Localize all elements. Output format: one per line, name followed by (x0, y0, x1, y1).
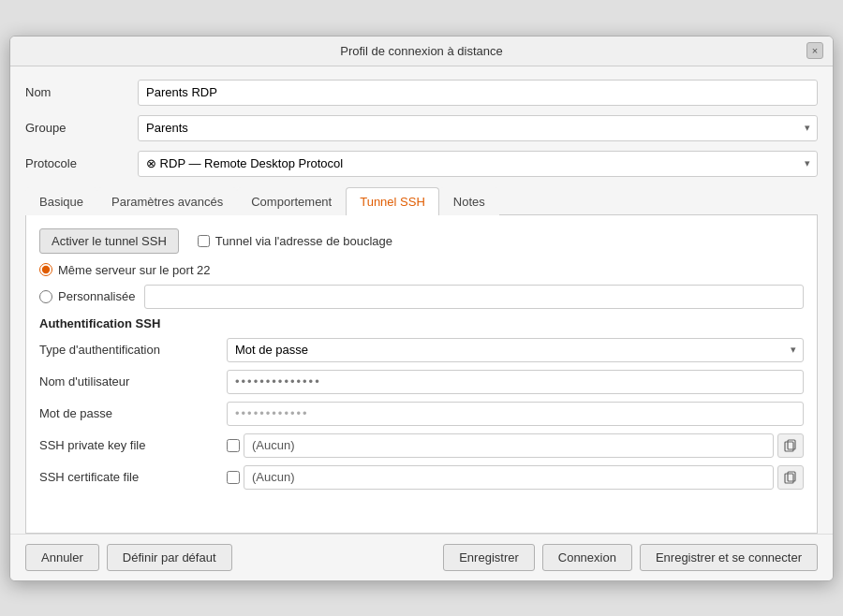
tab-comportement[interactable]: Comportement (237, 187, 346, 215)
nom-label: Nom (25, 85, 138, 99)
groupe-label: Groupe (25, 121, 138, 135)
ssh-private-key-input[interactable] (244, 433, 774, 458)
personnalisee-input[interactable] (144, 285, 804, 309)
connection-profile-dialog: Profil de connexion à distance × Nom Gro… (9, 36, 834, 581)
groupe-dropdown-wrap: Parents ▾ (138, 115, 818, 141)
ssh-private-key-browse-btn[interactable] (777, 433, 804, 458)
ssh-private-key-row: SSH private key file (39, 433, 804, 458)
auth-type-dropdown-wrap: Mot de passe ▾ (227, 338, 804, 362)
nom-row: Nom (25, 80, 818, 106)
mot-de-passe-row: Mot de passe (39, 402, 804, 426)
auth-type-label: Type d'authentification (39, 343, 227, 357)
tunnel-via-label[interactable]: Tunnel via l'adresse de bouclage (198, 234, 392, 248)
protocole-label: Protocole (25, 156, 138, 170)
protocole-select[interactable]: ⊗ RDP — Remote Desktop Protocol (138, 151, 818, 177)
ssh-certificate-row: SSH certificate file (39, 465, 804, 490)
groupe-select[interactable]: Parents (138, 115, 818, 141)
radio-meme-serveur[interactable] (39, 263, 52, 276)
radio-meme-serveur-label: Même serveur sur le port 22 (58, 263, 211, 277)
tab-content-tunnel-ssh: Activer le tunnel SSH Tunnel via l'adres… (25, 215, 818, 534)
footer-left: Annuler Définir par défaut (25, 544, 232, 571)
mot-de-passe-label: Mot de passe (39, 406, 227, 420)
footer-right: Enregistrer Connexion Enregistrer et se … (443, 544, 818, 571)
ssh-certificate-file-row (227, 465, 804, 490)
dialog-body: Nom Groupe Parents ▾ Protocole ⊗ RDP — R… (10, 66, 833, 534)
tab-tunnel-ssh[interactable]: Tunnel SSH (346, 187, 439, 215)
ssh-certificate-checkbox[interactable] (227, 471, 240, 484)
tunnel-top-row: Activer le tunnel SSH Tunnel via l'adres… (39, 228, 804, 254)
ssh-private-key-label: SSH private key file (39, 438, 227, 452)
mot-de-passe-input[interactable] (227, 402, 804, 426)
auth-type-row: Type d'authentification Mot de passe ▾ (39, 338, 804, 362)
groupe-row: Groupe Parents ▾ (25, 115, 818, 141)
connexion-button[interactable]: Connexion (542, 544, 632, 571)
close-button[interactable]: × (806, 42, 823, 59)
protocole-row: Protocole ⊗ RDP — Remote Desktop Protoco… (25, 151, 818, 177)
auth-section-title: Authentification SSH (39, 316, 804, 330)
ssh-certificate-input[interactable] (244, 465, 774, 490)
radio-meme-serveur-row: Même serveur sur le port 22 (39, 263, 804, 277)
tab-basique[interactable]: Basique (25, 187, 97, 215)
enregistrer-connecter-button[interactable]: Enregistrer et se connecter (640, 544, 818, 571)
dialog-footer: Annuler Définir par défaut Enregistrer C… (10, 534, 833, 580)
tabs-bar: Basique Paramètres avancés Comportement … (25, 186, 818, 215)
ssh-certificate-browse-btn[interactable] (777, 465, 804, 490)
tunnel-via-text: Tunnel via l'adresse de bouclage (215, 234, 392, 248)
tab-parametres[interactable]: Paramètres avancés (97, 187, 237, 215)
nom-utilisateur-row: Nom d'utilisateur (39, 370, 804, 394)
activate-tunnel-btn[interactable]: Activer le tunnel SSH (39, 228, 179, 254)
ssh-private-key-file-row (227, 433, 804, 458)
radio-personnalisee-row: Personnalisée (39, 285, 804, 309)
nom-utilisateur-label: Nom d'utilisateur (39, 374, 227, 389)
ssh-certificate-label: SSH certificate file (39, 470, 227, 484)
annuler-button[interactable]: Annuler (25, 544, 99, 571)
definir-button[interactable]: Définir par défaut (107, 544, 232, 571)
radio-personnalisee-label: Personnalisée (58, 289, 135, 303)
tab-notes[interactable]: Notes (439, 187, 499, 215)
protocole-dropdown-wrap: ⊗ RDP — Remote Desktop Protocol ▾ (138, 151, 818, 177)
enregistrer-button[interactable]: Enregistrer (443, 544, 535, 571)
dialog-title: Profil de connexion à distance (340, 44, 502, 58)
file-icon (784, 439, 797, 452)
title-bar: Profil de connexion à distance × (10, 37, 833, 66)
auth-type-select[interactable]: Mot de passe (227, 338, 804, 362)
nom-input[interactable] (138, 80, 818, 106)
file-icon-2 (784, 471, 797, 484)
ssh-private-key-checkbox[interactable] (227, 439, 240, 452)
tunnel-via-checkbox[interactable] (198, 235, 210, 247)
radio-personnalisee[interactable] (39, 290, 52, 303)
nom-utilisateur-input[interactable] (227, 370, 804, 394)
